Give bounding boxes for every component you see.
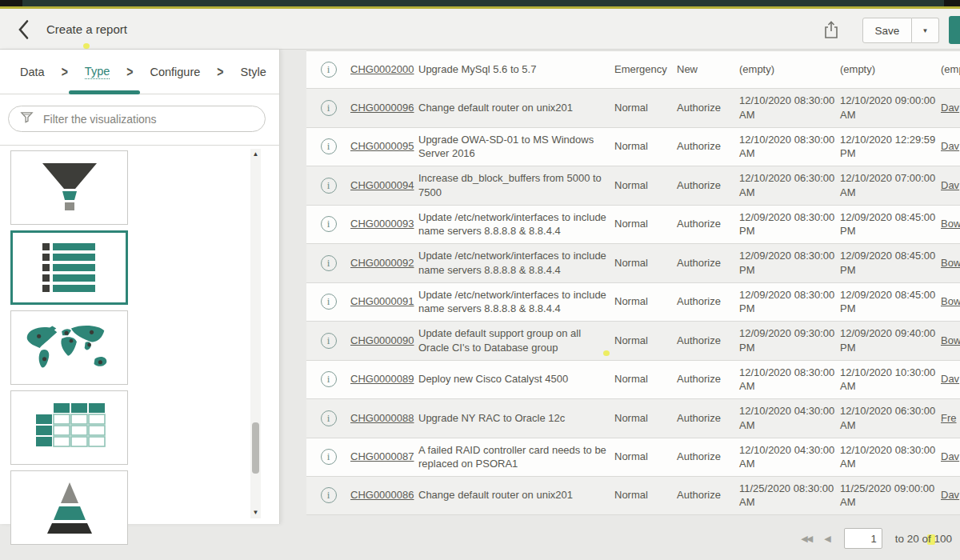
state-value: Authorize	[677, 101, 739, 115]
start-date: 11/25/2020 08:30:00 AM	[739, 482, 840, 510]
viz-type-funnel[interactable]	[10, 150, 128, 225]
step-type[interactable]: Type	[85, 65, 110, 79]
filter-input[interactable]	[42, 112, 245, 126]
info-icon[interactable]: i	[321, 255, 337, 271]
viz-type-world-map[interactable]	[10, 310, 128, 385]
priority-value: Normal	[614, 334, 677, 348]
state-value: New	[677, 62, 739, 77]
pyramid-icon	[30, 480, 110, 536]
viz-type-pyramid[interactable]	[10, 470, 128, 545]
priority-value: Normal	[614, 488, 677, 502]
info-icon[interactable]: i	[321, 371, 337, 387]
assigned-link[interactable]: Bow	[941, 294, 960, 309]
assigned-value: (empty)	[941, 62, 960, 77]
end-date: 12/09/2020 08:45:00 PM	[840, 249, 941, 277]
assigned-link[interactable]: Dav	[941, 101, 960, 115]
cursor-highlight-dot	[83, 43, 90, 49]
start-date: 12/10/2020 06:30:00 AM	[739, 171, 840, 199]
info-icon[interactable]: i	[321, 62, 337, 78]
assigned-link[interactable]: Bow	[941, 334, 960, 348]
step-data[interactable]: Data	[20, 66, 45, 78]
save-dropdown-button[interactable]: ▼	[912, 18, 939, 43]
pagination-range: to 20 of 100	[895, 533, 952, 545]
clipped-action-button[interactable]	[949, 16, 960, 44]
page-number-input[interactable]	[844, 528, 882, 549]
share-icon[interactable]	[822, 19, 842, 40]
change-number-link[interactable]: CHG0000096	[350, 101, 418, 115]
priority-value: Normal	[614, 101, 677, 115]
assigned-link[interactable]: Dav	[941, 372, 960, 386]
pivot-table-icon	[30, 400, 110, 456]
back-chevron-icon[interactable]	[18, 19, 34, 40]
change-number-link[interactable]: CHG0000093	[350, 217, 418, 231]
first-page-button[interactable]: ◀◀	[801, 534, 811, 544]
change-number-link[interactable]: CHG0000090	[350, 334, 418, 348]
info-icon[interactable]: i	[321, 487, 337, 503]
change-number-link[interactable]: CHG0000088	[350, 411, 418, 426]
end-date: 12/10/2020 08:30:00 AM	[840, 443, 941, 471]
short-description: Change default router on unix201	[418, 101, 614, 115]
info-icon[interactable]: i	[321, 216, 337, 232]
info-icon[interactable]: i	[321, 449, 337, 465]
end-date: 12/09/2020 08:45:00 PM	[840, 210, 941, 238]
top-strip-right-segment	[944, 0, 960, 6]
change-number-link[interactable]: CHG0000092	[350, 256, 418, 270]
table-row: i CHG0000089 Deploy new Cisco Catalyst 4…	[306, 360, 960, 399]
end-date: 11/25/2020 09:00:00 AM	[840, 482, 941, 510]
change-number-link[interactable]: CHG0000091	[350, 294, 418, 309]
change-number-link[interactable]: CHG0000094	[350, 178, 418, 193]
priority-value: Normal	[614, 256, 677, 270]
end-date: 12/10/2020 06:30:00 AM	[840, 404, 941, 432]
viz-type-pivot-table[interactable]	[10, 390, 128, 465]
table-row: i CHG0002000 Upgrade MySql 5.6 to 5.7 Em…	[306, 50, 960, 88]
prev-page-button[interactable]: ◀	[824, 534, 830, 544]
assigned-link[interactable]: Dav	[941, 450, 960, 464]
scroll-down-icon[interactable]: ▼	[250, 507, 261, 518]
change-number-link[interactable]: CHG0000086	[350, 488, 418, 502]
priority-value: Normal	[614, 372, 677, 386]
priority-value: Normal	[614, 139, 677, 154]
state-value: Authorize	[677, 294, 739, 309]
table-row: i CHG0000091 Update /etc/network/interfa…	[306, 282, 960, 322]
assigned-link[interactable]: Fre	[941, 411, 960, 426]
change-number-link[interactable]: CHG0000089	[350, 372, 418, 386]
world-map-icon	[22, 320, 117, 376]
priority-value: Normal	[614, 178, 677, 193]
info-icon[interactable]: i	[321, 178, 337, 194]
state-value: Authorize	[677, 411, 739, 426]
assigned-link[interactable]: Dav	[941, 488, 960, 502]
report-preview-table: i CHG0002000 Upgrade MySql 5.6 to 5.7 Em…	[306, 50, 960, 515]
info-icon[interactable]: i	[321, 100, 337, 116]
info-icon[interactable]: i	[321, 294, 337, 310]
report-header: Create a report Save ▼	[0, 9, 960, 50]
start-date: (empty)	[739, 62, 840, 77]
change-number-link[interactable]: CHG0000087	[350, 450, 418, 464]
assigned-link[interactable]: Bow	[941, 217, 960, 231]
short-description: Update /etc/network/interfaces to includ…	[418, 249, 614, 277]
state-value: Authorize	[677, 488, 739, 502]
change-number-link[interactable]: CHG0002000	[350, 62, 418, 77]
state-value: Authorize	[677, 334, 739, 348]
step-style[interactable]: Style	[241, 66, 266, 78]
assigned-link[interactable]: Bow	[941, 256, 960, 270]
priority-value: Normal	[614, 294, 677, 309]
change-number-link[interactable]: CHG0000095	[350, 139, 418, 154]
assigned-link[interactable]: Dav	[941, 178, 960, 193]
scroll-up-icon[interactable]: ▲	[250, 149, 261, 160]
save-button[interactable]: Save	[862, 18, 912, 43]
scrollbar-thumb[interactable]	[252, 422, 259, 474]
viz-list-scrollbar[interactable]: ▲ ▼	[250, 149, 261, 518]
short-description: A failed RAID controller card needs to b…	[418, 443, 614, 471]
info-icon[interactable]: i	[321, 333, 337, 349]
table-row: i CHG0000092 Update /etc/network/interfa…	[306, 243, 960, 282]
end-date: 12/10/2020 07:00:00 AM	[840, 171, 941, 199]
assigned-link[interactable]: Dav	[941, 139, 960, 154]
visualization-filter	[8, 106, 266, 132]
priority-value: Normal	[614, 450, 677, 464]
info-icon[interactable]: i	[321, 138, 337, 154]
step-configure[interactable]: Configure	[150, 66, 200, 78]
info-icon[interactable]: i	[321, 410, 337, 426]
page-title: Create a report	[46, 22, 127, 36]
viz-type-list[interactable]	[10, 230, 128, 305]
short-description: Deploy new Cisco Catalyst 4500	[418, 372, 614, 386]
